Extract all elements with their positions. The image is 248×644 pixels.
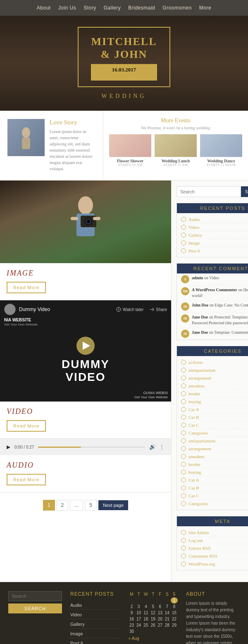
page-button[interactable]: 1 xyxy=(43,500,55,511)
meta-link[interactable]: Site Admin xyxy=(188,530,209,535)
footer-search-input[interactable] xyxy=(8,591,62,601)
category-link[interactable]: buying xyxy=(188,470,201,475)
nav-item-about[interactable]: About xyxy=(37,5,51,11)
post-link[interactable]: Post 6 xyxy=(188,248,200,253)
category-link[interactable]: Cat A xyxy=(188,407,199,412)
cal-cell[interactable]: 26 xyxy=(150,622,157,628)
video-read-more-button[interactable]: Read More xyxy=(7,420,46,432)
play-button[interactable] xyxy=(76,337,95,355)
cal-cell[interactable]: 4 xyxy=(142,604,150,610)
cal-cell[interactable]: 15 xyxy=(171,610,178,616)
cal-cell[interactable]: 9 xyxy=(128,610,135,616)
cal-cell[interactable]: 13 xyxy=(157,610,164,616)
audio-progress-bar[interactable] xyxy=(38,447,145,448)
footer-post-link[interactable]: Audio xyxy=(70,603,82,608)
cal-cell[interactable]: 22 xyxy=(171,616,178,622)
nav-item-groomsmen[interactable]: Groomsmen xyxy=(162,5,192,11)
video-player[interactable]: Dummy Video Watch later Share NIA WEBSIT xyxy=(0,300,171,402)
cal-cell[interactable]: 11 xyxy=(142,610,150,616)
more-options-icon[interactable]: ⋮ xyxy=(159,444,165,450)
category-link[interactable]: Cat C xyxy=(188,423,199,428)
cal-cell[interactable]: 23 xyxy=(128,622,135,628)
audio-post-body: Audio Read More xyxy=(0,455,171,492)
cal-cell[interactable]: 28 xyxy=(164,622,171,628)
category-link[interactable]: Cat B xyxy=(188,415,199,420)
page-button[interactable]: 5 xyxy=(85,500,97,511)
category-link[interactable]: aciform xyxy=(188,360,203,365)
audio-read-more-button[interactable]: Read More xyxy=(7,474,46,485)
meta-link[interactable]: Entries RSS xyxy=(188,546,210,551)
post-link[interactable]: Audio xyxy=(188,217,200,222)
list-item: Cat B xyxy=(181,413,248,421)
category-link[interactable]: Categories xyxy=(188,430,208,435)
audio-player[interactable]: ▶ 0:00 / 0:27 🔊 ⋮ xyxy=(0,439,171,455)
image-read-more-button[interactable]: Read More xyxy=(7,282,46,293)
sidebar-search-input[interactable] xyxy=(176,186,241,197)
nav-item-bridesmaid[interactable]: Bridesmaid xyxy=(128,5,155,11)
cal-cell[interactable]: 30 xyxy=(128,628,135,634)
post-link[interactable]: Gallery xyxy=(188,233,202,238)
footer-post-link[interactable]: Image xyxy=(70,631,83,636)
category-link[interactable]: arrangement xyxy=(188,446,211,451)
post-link[interactable]: Video xyxy=(188,225,199,230)
audio-play-button[interactable]: ▶ xyxy=(7,444,10,450)
cal-cell[interactable]: 8 xyxy=(171,604,178,610)
nav-item-gallery[interactable]: Gallery xyxy=(104,5,121,11)
post-link[interactable]: Image xyxy=(188,240,200,245)
category-link[interactable]: antiquarianism xyxy=(188,368,215,373)
cal-cell[interactable]: 20 xyxy=(157,616,164,622)
footer-post-link[interactable]: Post 6 xyxy=(70,641,83,644)
category-link[interactable]: amodeus xyxy=(188,454,205,459)
meta-link[interactable]: WordPress.org xyxy=(188,561,215,566)
category-link[interactable]: amodeus xyxy=(188,383,205,388)
cal-cell[interactable]: 19 xyxy=(150,616,157,622)
cal-cell[interactable]: 6 xyxy=(157,604,164,610)
cal-cell[interactable]: 24 xyxy=(135,622,142,628)
cal-prev[interactable]: « Aug xyxy=(129,636,139,641)
cal-cell[interactable]: 25 xyxy=(142,622,150,628)
cal-cell[interactable]: 29 xyxy=(171,622,178,628)
cal-cell[interactable]: 27 xyxy=(157,622,164,628)
cal-cell[interactable]: 2 xyxy=(128,604,135,610)
footer-post-link[interactable]: Video xyxy=(70,612,82,617)
nav-item-more[interactable]: More xyxy=(199,5,211,11)
cal-cell[interactable]: 7 xyxy=(164,604,171,610)
cal-cell[interactable]: 5 xyxy=(150,604,157,610)
page-button[interactable]: 2 xyxy=(57,500,69,511)
cal-cell[interactable]: 21 xyxy=(164,616,171,622)
category-link[interactable]: Cat B xyxy=(188,485,199,490)
category-link[interactable]: broder xyxy=(188,462,200,467)
watch-later-button[interactable]: Watch later xyxy=(116,307,143,312)
next-page-button[interactable]: Next page xyxy=(98,500,128,510)
footer-recent-posts-title: Recent Posts xyxy=(70,591,120,597)
cal-cell xyxy=(142,597,150,604)
footer-search-button[interactable]: Search xyxy=(8,604,62,613)
category-link[interactable]: antiquarianism xyxy=(188,438,215,443)
sidebar-search-button[interactable]: Search xyxy=(241,186,248,197)
meta-link[interactable]: Comments RSS xyxy=(188,554,217,558)
share-button[interactable]: Share xyxy=(149,307,167,312)
nav-item-join-us[interactable]: Join Us xyxy=(58,5,76,11)
video-title: Dummy Video xyxy=(19,307,50,312)
cal-cell[interactable]: 14 xyxy=(164,610,171,616)
category-link[interactable]: buying xyxy=(188,399,201,404)
meta-link[interactable]: Log out xyxy=(188,538,203,543)
cal-cell[interactable]: 1 xyxy=(171,597,178,604)
volume-icon[interactable]: 🔊 xyxy=(149,444,156,450)
category-link[interactable]: Cat C xyxy=(188,493,199,498)
cal-cell[interactable]: 16 xyxy=(128,616,135,622)
category-icon xyxy=(181,454,186,459)
footer-post-link[interactable]: Gallery xyxy=(70,622,85,627)
cal-cell[interactable]: 3 xyxy=(135,604,142,610)
cal-cell[interactable]: 18 xyxy=(142,616,150,622)
category-link[interactable]: arrangement xyxy=(188,375,211,380)
category-link[interactable]: Categories xyxy=(188,501,208,506)
list-item: Cat B xyxy=(181,484,248,492)
category-link[interactable]: broder xyxy=(188,391,200,396)
cal-cell[interactable]: 12 xyxy=(150,610,157,616)
cal-cell[interactable]: 17 xyxy=(135,616,142,622)
cal-cell[interactable]: 10 xyxy=(135,610,142,616)
page-button[interactable]: ... xyxy=(70,500,83,511)
nav-item-story[interactable]: Story xyxy=(83,5,96,11)
category-link[interactable]: Cat A xyxy=(188,478,199,482)
